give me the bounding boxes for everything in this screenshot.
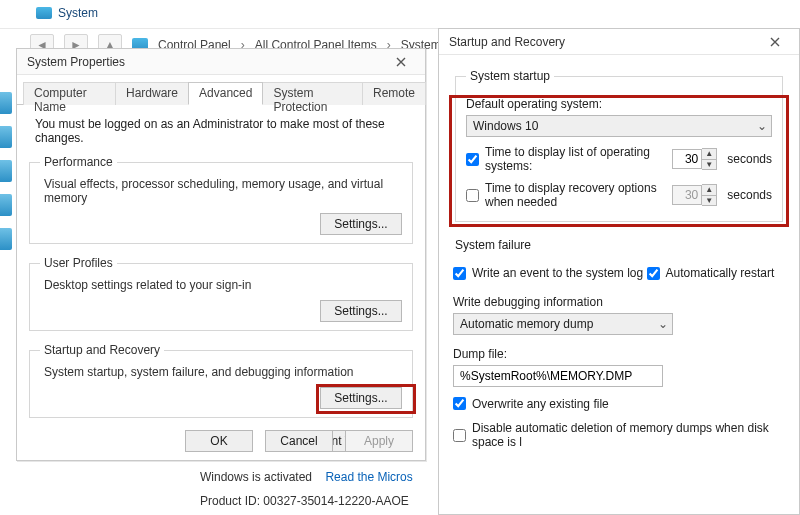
- titlebar[interactable]: System Properties: [17, 49, 425, 75]
- dialog-body: You must be logged on as an Administrato…: [17, 105, 425, 458]
- system-properties-dialog: System Properties Computer Name Hardware…: [16, 48, 426, 461]
- time-recovery-row: Time to display recovery options when ne…: [466, 181, 772, 209]
- auto-restart-label: Automatically restart: [666, 266, 775, 280]
- disable-autodel-checkbox-input[interactable]: [453, 429, 466, 442]
- time-recovery-checkbox[interactable]: Time to display recovery options when ne…: [466, 181, 660, 209]
- write-event-checkbox[interactable]: Write an event to the system log: [453, 266, 643, 280]
- apply-button[interactable]: Apply: [345, 430, 413, 452]
- product-id: Product ID: 00327-35014-12220-AAOE: [200, 494, 409, 508]
- chevron-down-icon: ⌄: [658, 317, 668, 331]
- group-startup-recovery-title: Startup and Recovery: [40, 343, 164, 357]
- group-startup-recovery: Startup and Recovery System startup, sys…: [29, 343, 413, 418]
- seconds-label: seconds: [727, 188, 772, 202]
- close-icon[interactable]: [383, 52, 419, 72]
- group-system-startup: System startup Default operating system:…: [455, 69, 783, 222]
- performance-desc: Visual effects, processor scheduling, me…: [44, 177, 402, 205]
- dialog-buttons: OK Cancel Apply: [185, 430, 413, 452]
- tab-advanced[interactable]: Advanced: [188, 82, 263, 105]
- dialog-body: System startup Default operating system:…: [439, 55, 799, 459]
- time-list-checkbox-input[interactable]: [466, 153, 479, 166]
- cancel-button[interactable]: Cancel: [265, 430, 333, 452]
- debug-info-value: Automatic memory dump: [460, 317, 593, 331]
- spinner-arrows[interactable]: ▲▼: [702, 148, 717, 170]
- arrow-up-icon: ▲: [702, 185, 716, 195]
- tab-computer-name[interactable]: Computer Name: [23, 82, 116, 105]
- performance-settings-button[interactable]: Settings...: [320, 213, 402, 235]
- default-os-value: Windows 10: [473, 119, 538, 133]
- auto-restart-checkbox-input[interactable]: [647, 267, 660, 280]
- overwrite-label: Overwrite any existing file: [472, 397, 609, 411]
- activation-status-row: Windows is activated Read the Micros: [200, 470, 413, 484]
- time-list-row: Time to display list of operating system…: [466, 145, 772, 173]
- debug-info-select[interactable]: Automatic memory dump ⌄: [453, 313, 673, 335]
- chevron-down-icon: ⌄: [757, 119, 767, 133]
- group-performance-title: Performance: [40, 155, 117, 169]
- default-os-select[interactable]: Windows 10 ⌄: [466, 115, 772, 137]
- overwrite-checkbox[interactable]: Overwrite any existing file: [453, 397, 609, 411]
- group-performance: Performance Visual effects, processor sc…: [29, 155, 413, 244]
- startup-recovery-desc: System startup, system failure, and debu…: [44, 365, 402, 379]
- time-recovery-checkbox-input[interactable]: [466, 189, 479, 202]
- ok-button[interactable]: OK: [185, 430, 253, 452]
- seconds-label: seconds: [727, 152, 772, 166]
- overwrite-checkbox-input[interactable]: [453, 397, 466, 410]
- sidebar-fragments: [0, 80, 12, 515]
- system-failure-title: System failure: [455, 238, 785, 252]
- dump-file-input[interactable]: [453, 365, 663, 387]
- tabs: Computer Name Hardware Advanced System P…: [17, 81, 425, 105]
- time-list-spinner[interactable]: ▲▼: [672, 148, 717, 170]
- dump-file-label: Dump file:: [453, 347, 785, 361]
- time-recovery-spinner: ▲▼: [672, 184, 717, 206]
- disable-autodel-label: Disable automatic deletion of memory dum…: [472, 421, 785, 449]
- user-profiles-desc: Desktop settings related to your sign-in: [44, 278, 402, 292]
- dialog-title: System Properties: [27, 55, 125, 69]
- admin-note: You must be logged on as an Administrato…: [35, 117, 413, 145]
- tab-system-protection[interactable]: System Protection: [262, 82, 363, 105]
- system-startup-legend: System startup: [466, 69, 554, 83]
- auto-restart-checkbox[interactable]: Automatically restart: [647, 266, 775, 280]
- write-event-checkbox-input[interactable]: [453, 267, 466, 280]
- write-event-label: Write an event to the system log: [472, 266, 643, 280]
- arrow-down-icon[interactable]: ▼: [702, 159, 716, 169]
- time-list-label: Time to display list of operating system…: [485, 145, 660, 173]
- time-recovery-label: Time to display recovery options when ne…: [485, 181, 660, 209]
- tab-hardware[interactable]: Hardware: [115, 82, 189, 105]
- arrow-down-icon: ▼: [702, 195, 716, 205]
- system-icon: [36, 7, 52, 19]
- tab-remote[interactable]: Remote: [362, 82, 426, 105]
- time-recovery-value: [672, 185, 702, 205]
- bg-title: System: [58, 6, 98, 20]
- dialog-title: Startup and Recovery: [449, 35, 565, 49]
- time-list-value[interactable]: [672, 149, 702, 169]
- arrow-up-icon[interactable]: ▲: [702, 149, 716, 159]
- time-list-checkbox[interactable]: Time to display list of operating system…: [466, 145, 660, 173]
- group-user-profiles: User Profiles Desktop settings related t…: [29, 256, 413, 331]
- debug-info-label: Write debugging information: [453, 295, 785, 309]
- user-profiles-settings-button[interactable]: Settings...: [320, 300, 402, 322]
- startup-recovery-settings-button[interactable]: Settings...: [320, 387, 402, 409]
- activation-status: Windows is activated: [200, 470, 312, 484]
- system-window-title: System: [36, 6, 98, 20]
- disable-autodel-checkbox[interactable]: Disable automatic deletion of memory dum…: [453, 421, 785, 449]
- titlebar[interactable]: Startup and Recovery: [439, 29, 799, 55]
- activation-link[interactable]: Read the Micros: [325, 470, 412, 484]
- spinner-arrows: ▲▼: [702, 184, 717, 206]
- close-icon[interactable]: [757, 32, 793, 52]
- group-user-profiles-title: User Profiles: [40, 256, 117, 270]
- default-os-label: Default operating system:: [466, 97, 772, 111]
- startup-recovery-dialog: Startup and Recovery System startup Defa…: [438, 28, 800, 515]
